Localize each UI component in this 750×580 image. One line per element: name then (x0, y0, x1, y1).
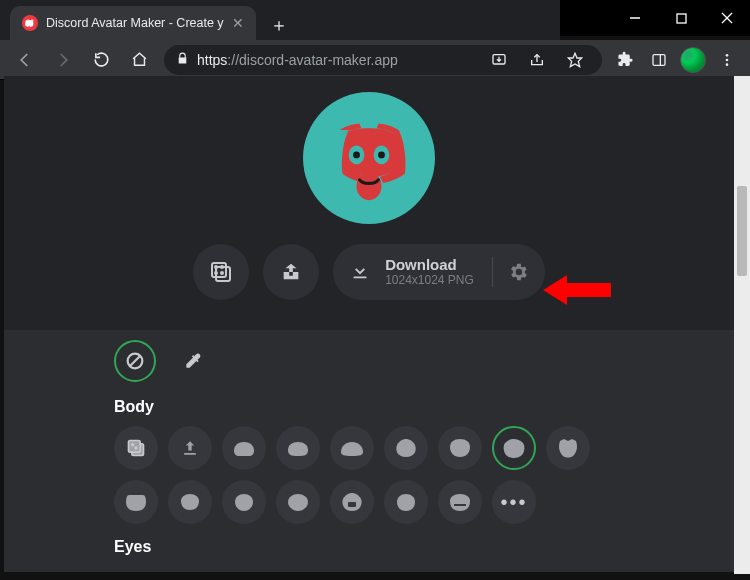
no-color-icon (124, 350, 146, 372)
url-share-icon[interactable] (522, 45, 552, 75)
nav-forward-icon (46, 43, 80, 77)
svg-point-13 (357, 172, 382, 200)
dice-icon (126, 438, 146, 458)
upload-icon (180, 438, 200, 458)
section-title-body: Body (114, 398, 624, 416)
body-option-random[interactable] (114, 426, 158, 470)
install-app-icon[interactable] (484, 45, 514, 75)
body-option-shape[interactable] (384, 480, 428, 524)
download-button[interactable]: Download 1024x1024 PNG (333, 244, 545, 300)
reload-icon[interactable] (84, 43, 118, 77)
svg-rect-27 (129, 441, 141, 453)
svg-marker-7 (568, 53, 581, 66)
nav-back-icon[interactable] (8, 43, 42, 77)
tab-title: Discord Avatar Maker - Create y (46, 16, 224, 30)
svg-rect-8 (653, 54, 665, 65)
body-option-shape[interactable] (276, 426, 320, 470)
color-tools (114, 340, 624, 382)
svg-point-20 (215, 266, 217, 268)
page-viewport: Download 1024x1024 PNG Body (4, 76, 734, 572)
svg-line-25 (130, 356, 141, 367)
body-option-upload[interactable] (168, 426, 212, 470)
bookmark-star-icon[interactable] (560, 45, 590, 75)
extensions-icon[interactable] (610, 45, 640, 75)
new-tab-button[interactable]: ＋ (264, 10, 294, 40)
scrollbar-thumb[interactable] (737, 186, 747, 276)
page-scrollbar[interactable] (734, 76, 750, 574)
separator (492, 257, 493, 287)
svg-rect-30 (348, 502, 356, 507)
body-option-shape[interactable] (330, 480, 374, 524)
randomize-button[interactable] (193, 244, 249, 300)
share-icon (280, 261, 302, 283)
section-title-eyes: Eyes (114, 538, 624, 556)
svg-rect-1 (677, 14, 686, 23)
share-button[interactable] (263, 244, 319, 300)
body-option-shape[interactable] (384, 426, 428, 470)
eyedropper-button[interactable] (172, 340, 214, 382)
avatar-preview[interactable] (303, 92, 435, 224)
download-text: Download 1024x1024 PNG (385, 257, 474, 287)
lock-icon (176, 52, 189, 68)
body-option-shape[interactable] (276, 480, 320, 524)
window-close[interactable] (704, 0, 750, 36)
svg-point-16 (353, 151, 360, 158)
svg-point-12 (726, 63, 729, 66)
svg-point-22 (221, 266, 223, 268)
svg-point-17 (378, 151, 385, 158)
customizer-panel: Body ••• Eyes (4, 330, 734, 556)
svg-rect-19 (212, 263, 226, 277)
address-bar[interactable]: https://discord-avatar-maker.app (164, 45, 602, 75)
body-option-shape[interactable] (438, 480, 482, 524)
tab-close-icon[interactable]: ✕ (232, 15, 244, 31)
body-option-shape[interactable] (222, 426, 266, 470)
body-option-shape[interactable] (330, 426, 374, 470)
avatar-hero: Download 1024x1024 PNG (4, 76, 734, 330)
body-option-shape[interactable] (222, 480, 266, 524)
body-option-selected[interactable] (492, 426, 536, 470)
window-maximize[interactable] (658, 0, 704, 36)
window-minimize[interactable] (612, 0, 658, 36)
body-option-shape[interactable] (114, 480, 158, 524)
svg-point-21 (221, 272, 223, 274)
more-icon: ••• (500, 491, 527, 514)
tab-strip: Discord Avatar Maker - Create y ✕ ＋ (0, 0, 560, 40)
svg-point-10 (726, 54, 729, 57)
body-option-more[interactable]: ••• (492, 480, 536, 524)
hero-actions: Download 1024x1024 PNG (193, 244, 545, 300)
browser-menu-icon[interactable] (712, 45, 742, 75)
favicon-icon (22, 15, 38, 31)
svg-point-28 (132, 444, 134, 446)
sidepanel-icon[interactable] (644, 45, 674, 75)
eyedropper-icon (183, 351, 203, 371)
body-options-grid: ••• (114, 426, 624, 524)
gear-icon (507, 261, 529, 283)
download-settings-button[interactable] (507, 261, 529, 283)
profile-avatar[interactable] (678, 45, 708, 75)
body-option-shape[interactable] (546, 426, 590, 470)
body-option-shape[interactable] (438, 426, 482, 470)
svg-point-23 (215, 272, 217, 274)
svg-point-11 (726, 58, 729, 61)
url-text: https://discord-avatar-maker.app (197, 52, 398, 68)
svg-point-29 (135, 447, 137, 449)
dice-icon (209, 260, 233, 284)
body-option-shape[interactable] (168, 480, 212, 524)
browser-toolbar: https://discord-avatar-maker.app (0, 40, 750, 80)
download-icon (349, 259, 371, 285)
browser-tab[interactable]: Discord Avatar Maker - Create y ✕ (10, 6, 256, 40)
home-icon[interactable] (122, 43, 156, 77)
no-color-button[interactable] (114, 340, 156, 382)
